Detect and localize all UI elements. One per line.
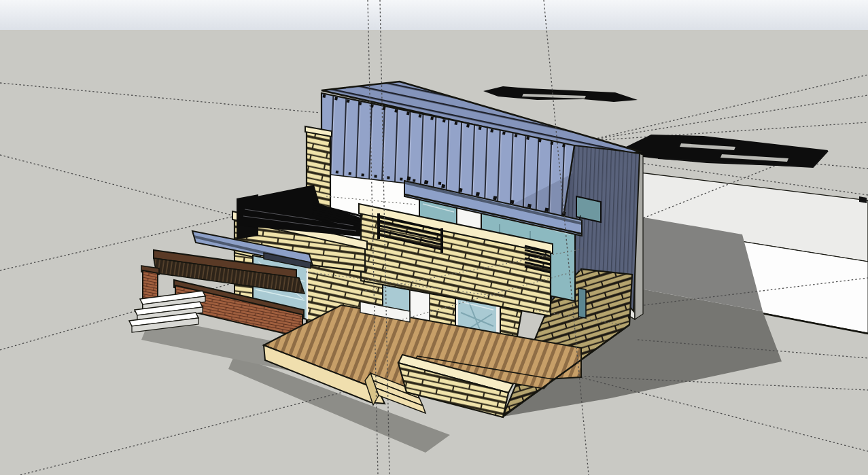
sky (0, 0, 868, 31)
model-scene (0, 0, 868, 475)
side-small-window (578, 288, 586, 318)
viewport-3d[interactable] (0, 0, 868, 475)
